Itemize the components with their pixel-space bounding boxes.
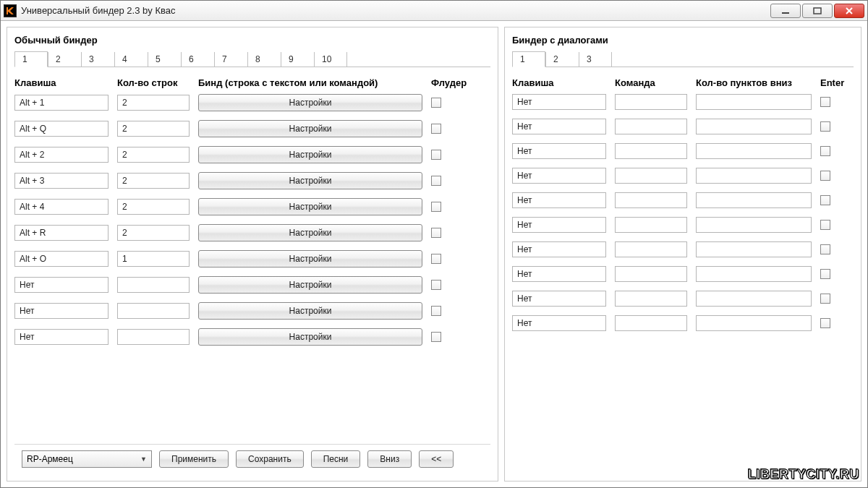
lines-input[interactable] (117, 147, 190, 163)
enter-checkbox[interactable] (820, 294, 830, 304)
points-input[interactable] (696, 143, 812, 159)
tab-8[interactable]: 8 (247, 52, 281, 67)
command-input[interactable] (615, 192, 687, 208)
key-input[interactable] (512, 266, 606, 282)
tab-3[interactable]: 3 (579, 52, 612, 67)
flooder-checkbox[interactable] (431, 176, 441, 186)
flooder-checkbox[interactable] (431, 98, 441, 108)
settings-button[interactable]: Настройки (198, 146, 422, 163)
lines-input[interactable] (117, 121, 190, 137)
tab-10[interactable]: 10 (314, 52, 347, 67)
enter-checkbox[interactable] (820, 146, 830, 156)
key-input[interactable] (14, 277, 109, 293)
tab-5[interactable]: 5 (148, 52, 181, 67)
tab-2[interactable]: 2 (545, 52, 579, 67)
enter-checkbox[interactable] (820, 269, 830, 279)
points-input[interactable] (696, 94, 812, 110)
enter-checkbox[interactable] (820, 244, 830, 254)
save-button[interactable]: Сохранить (236, 450, 304, 468)
points-input[interactable] (696, 241, 812, 257)
lines-input[interactable] (117, 225, 190, 241)
key-input[interactable] (14, 225, 109, 241)
tab-4[interactable]: 4 (114, 52, 148, 67)
key-input[interactable] (512, 119, 606, 134)
command-input[interactable] (615, 168, 687, 184)
key-input[interactable] (512, 241, 606, 257)
lines-input[interactable] (117, 251, 190, 267)
settings-button[interactable]: Настройки (198, 224, 422, 241)
settings-button[interactable]: Настройки (198, 94, 422, 111)
lines-input[interactable] (117, 303, 190, 319)
enter-checkbox[interactable] (820, 318, 830, 328)
command-input[interactable] (615, 241, 687, 257)
enter-checkbox[interactable] (820, 121, 830, 132)
command-input[interactable] (615, 217, 687, 233)
tab-9[interactable]: 9 (281, 52, 314, 67)
points-input[interactable] (696, 266, 812, 282)
tab-2[interactable]: 2 (48, 52, 81, 67)
key-input[interactable] (14, 173, 109, 189)
key-input[interactable] (14, 147, 109, 163)
flooder-checkbox[interactable] (431, 254, 441, 264)
points-input[interactable] (696, 315, 812, 331)
command-input[interactable] (615, 266, 687, 282)
command-input[interactable] (615, 291, 687, 307)
key-input[interactable] (14, 303, 109, 319)
flooder-checkbox[interactable] (431, 150, 441, 160)
settings-button[interactable]: Настройки (198, 250, 422, 267)
key-input[interactable] (14, 121, 109, 137)
apply-button[interactable]: Применить (159, 450, 229, 468)
settings-button[interactable]: Настройки (198, 120, 422, 137)
settings-button[interactable]: Настройки (198, 302, 422, 320)
settings-button[interactable]: Настройки (198, 198, 422, 215)
settings-button[interactable]: Настройки (198, 328, 422, 346)
lines-input[interactable] (117, 277, 190, 293)
key-input[interactable] (14, 199, 109, 215)
key-input[interactable] (512, 291, 606, 307)
maximize-button[interactable] (802, 4, 833, 18)
flooder-checkbox[interactable] (431, 332, 441, 342)
settings-button[interactable]: Настройки (198, 276, 422, 294)
lines-input[interactable] (117, 199, 190, 215)
lines-input[interactable] (117, 329, 190, 345)
key-input[interactable] (14, 95, 109, 111)
enter-checkbox[interactable] (820, 220, 830, 230)
points-input[interactable] (696, 192, 812, 208)
command-input[interactable] (615, 94, 687, 110)
key-input[interactable] (512, 217, 606, 233)
flooder-checkbox[interactable] (431, 306, 441, 316)
tab-7[interactable]: 7 (214, 52, 247, 67)
lines-input[interactable] (117, 173, 190, 189)
down-button[interactable]: Вниз (367, 450, 412, 468)
key-input[interactable] (512, 94, 606, 110)
flooder-checkbox[interactable] (431, 280, 441, 290)
flooder-checkbox[interactable] (431, 124, 441, 134)
key-input[interactable] (512, 168, 606, 184)
preset-dropdown[interactable]: RP-Армеец ▼ (22, 450, 152, 468)
key-input[interactable] (512, 315, 606, 331)
points-input[interactable] (696, 217, 812, 233)
command-input[interactable] (615, 315, 687, 331)
key-input[interactable] (512, 143, 606, 159)
key-input[interactable] (14, 329, 109, 345)
enter-checkbox[interactable] (820, 97, 830, 107)
points-input[interactable] (696, 119, 812, 134)
settings-button[interactable]: Настройки (198, 172, 422, 189)
tab-1[interactable]: 1 (512, 51, 545, 67)
lines-input[interactable] (117, 95, 190, 111)
flooder-checkbox[interactable] (431, 228, 441, 238)
flooder-checkbox[interactable] (431, 202, 441, 212)
tab-1[interactable]: 1 (14, 51, 48, 67)
points-input[interactable] (696, 168, 812, 184)
tab-3[interactable]: 3 (81, 52, 114, 67)
tab-6[interactable]: 6 (181, 52, 214, 67)
close-button[interactable] (834, 4, 864, 18)
key-input[interactable] (14, 251, 109, 267)
command-input[interactable] (615, 143, 687, 159)
enter-checkbox[interactable] (820, 195, 830, 205)
enter-checkbox[interactable] (820, 171, 830, 181)
key-input[interactable] (512, 192, 606, 208)
points-input[interactable] (696, 291, 812, 307)
collapse-button[interactable]: << (419, 450, 454, 468)
minimize-button[interactable] (770, 4, 801, 18)
